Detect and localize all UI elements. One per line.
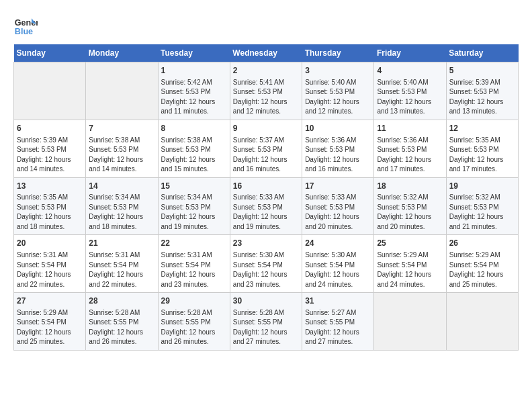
day-number: 24 bbox=[305, 238, 371, 249]
calendar-cell bbox=[14, 62, 86, 120]
calendar-week-5: 27Sunrise: 5:29 AMSunset: 5:54 PMDayligh… bbox=[14, 293, 519, 351]
calendar-cell: 5Sunrise: 5:39 AMSunset: 5:53 PMDaylight… bbox=[446, 62, 518, 120]
calendar-week-4: 20Sunrise: 5:31 AMSunset: 5:54 PMDayligh… bbox=[14, 235, 519, 293]
day-number: 8 bbox=[161, 123, 227, 134]
calendar-cell: 14Sunrise: 5:34 AMSunset: 5:53 PMDayligh… bbox=[86, 177, 158, 235]
day-number: 12 bbox=[449, 123, 515, 134]
weekday-header-monday: Monday bbox=[86, 44, 158, 62]
day-info: Sunrise: 5:28 AMSunset: 5:55 PMDaylight:… bbox=[161, 308, 227, 347]
calendar-cell bbox=[446, 293, 518, 351]
day-info: Sunrise: 5:41 AMSunset: 5:53 PMDaylight:… bbox=[233, 78, 299, 117]
calendar-cell: 17Sunrise: 5:33 AMSunset: 5:53 PMDayligh… bbox=[302, 177, 374, 235]
day-number: 20 bbox=[17, 238, 83, 249]
calendar-cell: 21Sunrise: 5:31 AMSunset: 5:54 PMDayligh… bbox=[86, 235, 158, 293]
weekday-header-sunday: Sunday bbox=[14, 44, 86, 62]
calendar-cell: 31Sunrise: 5:27 AMSunset: 5:55 PMDayligh… bbox=[302, 293, 374, 351]
day-info: Sunrise: 5:32 AMSunset: 5:53 PMDaylight:… bbox=[449, 193, 515, 232]
calendar-cell: 2Sunrise: 5:41 AMSunset: 5:53 PMDaylight… bbox=[230, 62, 302, 120]
calendar-cell bbox=[374, 293, 446, 351]
day-number: 14 bbox=[89, 181, 154, 192]
weekday-header-friday: Friday bbox=[374, 44, 446, 62]
day-number: 4 bbox=[377, 65, 443, 77]
day-number: 11 bbox=[377, 123, 443, 134]
calendar-cell: 13Sunrise: 5:35 AMSunset: 5:53 PMDayligh… bbox=[14, 177, 86, 235]
calendar-cell: 18Sunrise: 5:32 AMSunset: 5:53 PMDayligh… bbox=[374, 177, 446, 235]
day-info: Sunrise: 5:33 AMSunset: 5:53 PMDaylight:… bbox=[233, 193, 299, 232]
day-info: Sunrise: 5:29 AMSunset: 5:54 PMDaylight:… bbox=[377, 250, 443, 289]
day-number: 5 bbox=[449, 65, 515, 77]
calendar-cell bbox=[86, 62, 158, 120]
day-info: Sunrise: 5:42 AMSunset: 5:53 PMDaylight:… bbox=[161, 78, 227, 117]
day-number: 10 bbox=[305, 123, 371, 134]
day-number: 2 bbox=[233, 65, 299, 77]
day-info: Sunrise: 5:29 AMSunset: 5:54 PMDaylight:… bbox=[449, 250, 515, 289]
day-info: Sunrise: 5:40 AMSunset: 5:53 PMDaylight:… bbox=[305, 78, 371, 117]
day-info: Sunrise: 5:39 AMSunset: 5:53 PMDaylight:… bbox=[17, 136, 83, 175]
day-number: 3 bbox=[305, 65, 371, 77]
day-info: Sunrise: 5:29 AMSunset: 5:54 PMDaylight:… bbox=[17, 308, 83, 347]
weekday-header-wednesday: Wednesday bbox=[230, 44, 302, 62]
calendar-week-2: 6Sunrise: 5:39 AMSunset: 5:53 PMDaylight… bbox=[14, 120, 519, 177]
day-number: 6 bbox=[17, 123, 83, 134]
svg-text:Blue: Blue bbox=[15, 27, 33, 36]
day-info: Sunrise: 5:38 AMSunset: 5:53 PMDaylight:… bbox=[89, 136, 154, 175]
calendar-cell: 10Sunrise: 5:36 AMSunset: 5:53 PMDayligh… bbox=[302, 120, 374, 177]
day-number: 27 bbox=[17, 295, 83, 307]
day-number: 28 bbox=[89, 295, 154, 307]
calendar-cell: 20Sunrise: 5:31 AMSunset: 5:54 PMDayligh… bbox=[14, 235, 86, 293]
day-info: Sunrise: 5:30 AMSunset: 5:54 PMDaylight:… bbox=[305, 250, 371, 289]
calendar-cell: 23Sunrise: 5:30 AMSunset: 5:54 PMDayligh… bbox=[230, 235, 302, 293]
day-info: Sunrise: 5:35 AMSunset: 5:53 PMDaylight:… bbox=[17, 193, 83, 232]
calendar-cell: 12Sunrise: 5:35 AMSunset: 5:53 PMDayligh… bbox=[446, 120, 518, 177]
calendar-cell: 28Sunrise: 5:28 AMSunset: 5:55 PMDayligh… bbox=[86, 293, 158, 351]
day-number: 13 bbox=[17, 181, 83, 192]
page-header: General Blue bbox=[13, 13, 519, 38]
calendar-cell: 16Sunrise: 5:33 AMSunset: 5:53 PMDayligh… bbox=[230, 177, 302, 235]
day-info: Sunrise: 5:35 AMSunset: 5:53 PMDaylight:… bbox=[449, 136, 515, 175]
day-info: Sunrise: 5:28 AMSunset: 5:55 PMDaylight:… bbox=[89, 308, 154, 347]
day-info: Sunrise: 5:31 AMSunset: 5:54 PMDaylight:… bbox=[161, 250, 227, 289]
calendar-cell: 26Sunrise: 5:29 AMSunset: 5:54 PMDayligh… bbox=[446, 235, 518, 293]
day-number: 15 bbox=[161, 181, 227, 192]
calendar-cell: 19Sunrise: 5:32 AMSunset: 5:53 PMDayligh… bbox=[446, 177, 518, 235]
calendar-cell: 24Sunrise: 5:30 AMSunset: 5:54 PMDayligh… bbox=[302, 235, 374, 293]
day-number: 31 bbox=[305, 295, 371, 307]
day-number: 21 bbox=[89, 238, 154, 249]
calendar-cell: 1Sunrise: 5:42 AMSunset: 5:53 PMDaylight… bbox=[158, 62, 230, 120]
day-info: Sunrise: 5:34 AMSunset: 5:53 PMDaylight:… bbox=[89, 193, 154, 232]
calendar-cell: 4Sunrise: 5:40 AMSunset: 5:53 PMDaylight… bbox=[374, 62, 446, 120]
calendar-cell: 9Sunrise: 5:37 AMSunset: 5:53 PMDaylight… bbox=[230, 120, 302, 177]
logo-icon: General Blue bbox=[13, 13, 38, 38]
day-number: 16 bbox=[233, 181, 299, 192]
day-info: Sunrise: 5:33 AMSunset: 5:53 PMDaylight:… bbox=[305, 193, 371, 232]
calendar-cell: 22Sunrise: 5:31 AMSunset: 5:54 PMDayligh… bbox=[158, 235, 230, 293]
day-info: Sunrise: 5:36 AMSunset: 5:53 PMDaylight:… bbox=[377, 136, 443, 175]
day-number: 26 bbox=[449, 238, 515, 249]
weekday-header-tuesday: Tuesday bbox=[158, 44, 230, 62]
day-number: 1 bbox=[161, 65, 227, 77]
calendar-cell: 8Sunrise: 5:38 AMSunset: 5:53 PMDaylight… bbox=[158, 120, 230, 177]
calendar-cell: 29Sunrise: 5:28 AMSunset: 5:55 PMDayligh… bbox=[158, 293, 230, 351]
day-info: Sunrise: 5:34 AMSunset: 5:53 PMDaylight:… bbox=[161, 193, 227, 232]
day-info: Sunrise: 5:30 AMSunset: 5:54 PMDaylight:… bbox=[233, 250, 299, 289]
calendar-cell: 11Sunrise: 5:36 AMSunset: 5:53 PMDayligh… bbox=[374, 120, 446, 177]
day-info: Sunrise: 5:39 AMSunset: 5:53 PMDaylight:… bbox=[449, 78, 515, 117]
calendar-week-3: 13Sunrise: 5:35 AMSunset: 5:53 PMDayligh… bbox=[14, 177, 519, 235]
day-number: 7 bbox=[89, 123, 154, 134]
day-number: 25 bbox=[377, 238, 443, 249]
calendar-cell: 6Sunrise: 5:39 AMSunset: 5:53 PMDaylight… bbox=[14, 120, 86, 177]
calendar-table: SundayMondayTuesdayWednesdayThursdayFrid… bbox=[13, 44, 519, 351]
calendar-cell: 30Sunrise: 5:28 AMSunset: 5:55 PMDayligh… bbox=[230, 293, 302, 351]
day-info: Sunrise: 5:38 AMSunset: 5:53 PMDaylight:… bbox=[161, 136, 227, 175]
logo: General Blue bbox=[13, 13, 38, 38]
day-number: 23 bbox=[233, 238, 299, 249]
day-number: 29 bbox=[161, 295, 227, 307]
calendar-cell: 25Sunrise: 5:29 AMSunset: 5:54 PMDayligh… bbox=[374, 235, 446, 293]
calendar-cell: 27Sunrise: 5:29 AMSunset: 5:54 PMDayligh… bbox=[14, 293, 86, 351]
calendar-cell: 7Sunrise: 5:38 AMSunset: 5:53 PMDaylight… bbox=[86, 120, 158, 177]
weekday-header-thursday: Thursday bbox=[302, 44, 374, 62]
day-number: 17 bbox=[305, 181, 371, 192]
calendar-cell: 3Sunrise: 5:40 AMSunset: 5:53 PMDaylight… bbox=[302, 62, 374, 120]
day-info: Sunrise: 5:37 AMSunset: 5:53 PMDaylight:… bbox=[233, 136, 299, 175]
weekday-header-saturday: Saturday bbox=[446, 44, 518, 62]
